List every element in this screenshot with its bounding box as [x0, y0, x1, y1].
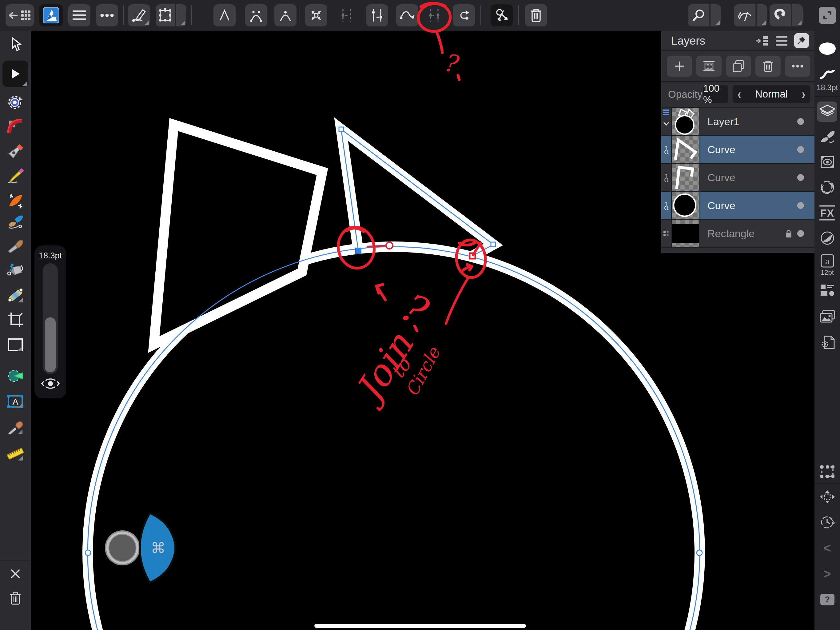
collapse-into-icon[interactable]	[755, 36, 769, 46]
move-tool[interactable]	[9, 36, 22, 53]
control-handle[interactable]	[386, 242, 393, 249]
node-selected[interactable]	[355, 248, 361, 253]
node-endpoint-red[interactable]	[470, 253, 475, 259]
break-curve-button[interactable]	[305, 4, 327, 27]
history-studio-icon[interactable]	[819, 515, 835, 529]
visibility-dot[interactable]	[797, 146, 804, 153]
blend-mode-select[interactable]: ‹ Normal ›	[733, 85, 810, 103]
transform-studio-icon[interactable]	[820, 465, 835, 478]
navigator-move-icon[interactable]	[819, 490, 835, 504]
paragraph-studio-icon[interactable]	[820, 284, 835, 297]
snapping-button[interactable]	[770, 4, 792, 27]
close-curve-button-disabled[interactable]	[336, 4, 358, 27]
visibility-dot[interactable]	[797, 174, 804, 181]
adjust-handles-button[interactable]	[366, 4, 388, 27]
visibility-dot[interactable]	[797, 118, 804, 125]
circle-node-right[interactable]	[697, 550, 702, 556]
fullscreen-button[interactable]	[819, 7, 836, 24]
point-transform-tool[interactable]	[7, 262, 24, 278]
stock-images-studio-icon[interactable]	[820, 310, 835, 323]
pencil-tool[interactable]	[7, 167, 24, 184]
gradient-tool[interactable]	[7, 286, 24, 304]
reverse-curve-button[interactable]	[453, 4, 475, 27]
app-logo-button[interactable]	[39, 4, 63, 27]
transform-select-button[interactable]	[156, 4, 175, 27]
back-gallery-button[interactable]	[6, 4, 34, 27]
zoom-button[interactable]	[688, 4, 710, 27]
preview-eye-icon[interactable]	[41, 377, 60, 390]
gauge-dropdown[interactable]	[757, 4, 767, 27]
ruler-tool[interactable]	[7, 446, 24, 462]
node-right[interactable]	[491, 242, 496, 247]
pin-panel-button-active[interactable]	[794, 33, 809, 48]
touch-dial[interactable]	[105, 531, 140, 565]
rectangle-tool[interactable]	[7, 338, 24, 352]
opacity-value[interactable]: 100 %	[703, 85, 728, 103]
stroke-style-icon[interactable]	[820, 70, 835, 79]
node-apex[interactable]	[339, 127, 344, 132]
layer-row-curve-2[interactable]: Curve	[661, 164, 815, 191]
crop-tool[interactable]	[7, 312, 24, 328]
stroke-colour-swatch[interactable]	[818, 42, 836, 55]
command-glyph: ⌘	[151, 540, 166, 556]
layer-row-layer1[interactable]: Layer1	[661, 108, 815, 135]
edit-mode-button[interactable]	[128, 4, 150, 27]
character-studio-icon[interactable]: a	[821, 254, 834, 268]
sharp-node-button[interactable]	[213, 4, 235, 27]
visibility-dot[interactable]	[797, 230, 804, 237]
brushes-studio-icon[interactable]	[820, 129, 835, 144]
lock-icon[interactable]	[785, 229, 792, 238]
layer-row-curve-3-selected[interactable]: Curve	[661, 192, 815, 219]
colour-studio-icon[interactable]	[820, 180, 835, 195]
panel-menu-icon[interactable]	[775, 36, 788, 46]
node-tool-selected[interactable]	[9, 67, 22, 81]
text-tool[interactable]: A	[7, 394, 24, 409]
mask-button[interactable]	[696, 56, 722, 77]
visibility-dot[interactable]	[797, 202, 804, 209]
circle-node-left[interactable]	[85, 550, 91, 556]
effects-studio-icon[interactable]: FX	[819, 205, 835, 221]
help-button[interactable]: ?	[820, 594, 834, 605]
delete-tool-button[interactable]	[9, 592, 21, 605]
pointer-transform-toggle-active[interactable]	[491, 4, 513, 27]
ellipse-marquee-tool[interactable]	[7, 368, 24, 384]
width-tool[interactable]	[7, 193, 24, 209]
masking-studio-icon[interactable]	[820, 155, 835, 169]
adjustments-studio-icon[interactable]	[820, 231, 835, 246]
layer-row-rectangle-locked[interactable]: Rectangle	[661, 219, 815, 247]
transform-select-dropdown[interactable]	[176, 4, 186, 27]
vector-brush-tool[interactable]	[7, 214, 24, 230]
chevron-down-icon[interactable]	[663, 121, 669, 126]
blend-next-icon[interactable]: ›	[802, 87, 805, 102]
smart-node-button[interactable]	[274, 4, 297, 27]
corner-tool[interactable]	[7, 119, 24, 134]
delete-node-button[interactable]	[525, 4, 547, 27]
undo-icon-disabled[interactable]: <	[823, 541, 831, 556]
stroke-width-slider-handle[interactable]	[45, 317, 56, 372]
close-tools-button[interactable]	[10, 568, 21, 579]
duplicate-button[interactable]	[726, 56, 751, 77]
layers-studio-icon[interactable]	[819, 104, 835, 119]
stroke-width-slider[interactable]	[43, 263, 58, 374]
more-layers-button[interactable]	[785, 56, 810, 77]
more-options-button[interactable]	[96, 4, 118, 27]
layer-row-curve-1-selected[interactable]: Curve	[661, 136, 815, 163]
delete-layer-button[interactable]	[755, 56, 781, 77]
selection-brush-tool[interactable]	[7, 93, 24, 111]
colour-picker-tool[interactable]	[7, 420, 24, 435]
document-setup-studio-icon[interactable]	[820, 335, 835, 350]
redo-icon-disabled[interactable]: >	[823, 567, 831, 581]
smooth-node-button[interactable]	[245, 4, 267, 27]
smooth-curve-button[interactable]	[396, 4, 418, 27]
layer-expand-column[interactable]	[661, 108, 672, 135]
blend-prev-icon[interactable]: ‹	[737, 87, 741, 102]
snapping-dropdown[interactable]	[792, 4, 803, 27]
add-layer-button[interactable]	[667, 56, 692, 77]
gauge-button[interactable]	[734, 4, 756, 27]
knife-tool[interactable]	[7, 238, 24, 254]
home-indicator[interactable]	[314, 624, 526, 628]
zoom-dropdown[interactable]	[711, 4, 721, 27]
menu-button[interactable]	[68, 4, 90, 27]
pen-tool[interactable]	[7, 143, 24, 159]
join-curves-button-disabled[interactable]	[423, 4, 445, 27]
